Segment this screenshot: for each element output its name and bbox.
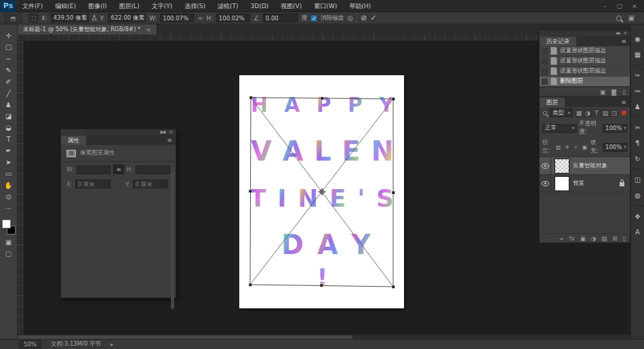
3d-panel-icon[interactable]: ◫ — [632, 172, 644, 187]
opacity-dropdown[interactable]: 100%▾ — [603, 124, 627, 133]
filter-adjustment-layers-icon[interactable]: ◑ — [584, 109, 592, 117]
tab-layers[interactable]: 图层 — [540, 98, 565, 107]
status-options-arrow[interactable]: ▸ — [110, 341, 113, 348]
new-document-from-state-button[interactable]: ▣ — [600, 89, 606, 96]
collapse-panel-icon[interactable]: ▪▪ — [160, 129, 167, 135]
new-snapshot-button[interactable]: ◙ — [611, 89, 617, 96]
layer-style-button[interactable]: fx — [569, 235, 575, 242]
scrollbar[interactable] — [171, 172, 174, 309]
history-state[interactable]: 设置形状图层描边 — [540, 46, 630, 56]
history-source-checkbox[interactable] — [542, 68, 548, 75]
new-layer-button[interactable]: ⊞ — [612, 235, 617, 242]
search-icon[interactable] — [616, 16, 622, 21]
width-field[interactable] — [77, 165, 111, 174]
brush-panel-icon[interactable]: ✑ — [632, 68, 644, 83]
eye-icon[interactable] — [542, 181, 549, 186]
antialias-checkbox[interactable]: ✓ — [310, 15, 317, 22]
close-tab-icon[interactable]: × — [146, 26, 151, 33]
filter-type-dropdown[interactable]: 类型▾ — [550, 108, 573, 117]
collapse-panel-icon[interactable]: ▬ — [616, 30, 621, 36]
tab-properties[interactable]: 属性 — [61, 136, 86, 145]
filter-smart-objects-icon[interactable]: ◳ — [610, 109, 618, 117]
actions-panel-icon[interactable]: ↻ — [632, 151, 644, 166]
screen-mode-button[interactable]: ▢ — [5, 250, 12, 258]
close-button[interactable]: × — [628, 1, 641, 11]
quick-mask-button[interactable]: ▣ — [5, 239, 12, 246]
new-group-button[interactable]: ▤ — [601, 235, 607, 242]
menu-item-7[interactable]: 3D(D) — [244, 0, 275, 12]
brush-presets-panel-icon[interactable]: ≔ — [632, 83, 644, 98]
visibility-cell[interactable] — [540, 175, 551, 192]
link-dimensions-icon[interactable]: ∞ — [113, 165, 124, 174]
height-scale-field[interactable]: 100.02% — [216, 14, 250, 22]
filter-toggle[interactable] — [622, 110, 626, 115]
move-tool[interactable]: ✛ — [1, 30, 16, 41]
gradient-tool[interactable]: ◒ — [1, 122, 16, 134]
color-panel-icon[interactable]: ◉ — [632, 31, 644, 46]
eye-icon[interactable] — [542, 163, 549, 169]
history-state[interactable]: 删除图层 — [540, 77, 630, 87]
paths-panel-icon[interactable]: ❖ — [632, 209, 644, 224]
layer-thumbnail[interactable] — [555, 159, 569, 173]
menu-item-8[interactable]: 视图(V) — [275, 0, 308, 12]
maximize-button[interactable]: ▢ — [613, 1, 626, 11]
close-panel-icon[interactable]: × — [169, 129, 173, 135]
adjustment-layer-button[interactable]: ◑ — [591, 235, 596, 242]
history-state[interactable]: 设置形状图层描边 — [540, 66, 630, 77]
marquee-tool[interactable]: □ — [1, 41, 16, 53]
reference-point-locator[interactable] — [29, 14, 38, 22]
rotation-field[interactable]: 0.00 — [263, 14, 298, 22]
zoom-tool[interactable]: ⊙ — [1, 191, 16, 203]
history-state[interactable]: 设置形状图层描边 — [540, 56, 630, 66]
swatches-panel-icon[interactable]: ▦ — [632, 47, 644, 62]
history-source-checkbox[interactable] — [542, 58, 548, 64]
pen-tool[interactable]: ✒ — [1, 145, 16, 157]
lock-position-icon[interactable]: ⊹ — [572, 144, 580, 150]
styles-panel-icon[interactable]: ✂ — [632, 120, 644, 135]
panel-menu-icon[interactable]: ≡ — [618, 37, 630, 46]
menu-item-6[interactable]: 滤镜(T) — [212, 0, 245, 12]
filter-shape-layers-icon[interactable]: ▤ — [601, 109, 609, 117]
delete-state-button[interactable]: ▯ — [622, 89, 626, 96]
maintain-aspect-ratio-icon[interactable]: ∞ — [197, 14, 203, 22]
cancel-transform-button[interactable]: ⊘ — [361, 14, 367, 22]
document-tab[interactable]: 未标题-1 @ 50% (矢量智能对象, RGB/8#) * × — [18, 24, 157, 35]
zoom-level-field[interactable]: 50% — [19, 340, 41, 348]
shape-tool[interactable]: ▭ — [1, 168, 16, 180]
quick-selection-tool[interactable]: ✎ — [1, 64, 16, 76]
menu-item-1[interactable]: 编辑(E) — [49, 0, 82, 12]
visibility-cell[interactable] — [540, 157, 551, 174]
layer-row[interactable]: 矢量智能对象 — [540, 157, 630, 175]
x-field[interactable]: 0 厘米 — [75, 180, 110, 188]
tool-preset-picker[interactable]: ⬒ — [4, 14, 22, 23]
workspace-switcher-icon[interactable]: ▣ — [628, 14, 635, 22]
fill-dropdown[interactable]: 100%▾ — [603, 143, 627, 152]
path-selection-tool[interactable]: ➤ — [1, 157, 16, 168]
type-tool[interactable]: T — [1, 134, 16, 145]
relative-positioning-toggle[interactable]: Δ — [92, 14, 97, 22]
link-layers-button[interactable]: ∞ — [559, 235, 564, 242]
panel-menu-icon[interactable]: ≡ — [163, 136, 176, 145]
menu-item-3[interactable]: 图层(L) — [113, 0, 146, 12]
history-source-checkbox[interactable] — [542, 48, 548, 54]
layer-thumbnail[interactable] — [555, 176, 569, 191]
menu-item-9[interactable]: 窗口(W) — [308, 0, 343, 12]
commit-transform-button[interactable]: ✓ — [370, 14, 376, 22]
lock-transparent-pixels-icon[interactable]: ▨ — [555, 144, 562, 150]
menu-item-2[interactable]: 图像(I) — [82, 0, 113, 12]
y-field[interactable]: 0 厘米 — [133, 180, 168, 188]
eraser-tool[interactable]: ◪ — [1, 110, 16, 122]
layer-row[interactable]: 背景 — [540, 175, 630, 192]
x-position-field[interactable]: 439.50 像素 — [51, 14, 89, 22]
clone-source-panel-icon[interactable]: ♟ — [632, 99, 644, 114]
color-swatches[interactable] — [2, 220, 16, 234]
history-source-checkbox[interactable] — [542, 79, 548, 85]
clone-stamp-tool[interactable]: ♟ — [1, 99, 16, 110]
filter-pixel-layers-icon[interactable]: ▦ — [575, 109, 583, 117]
transform-bounding-box[interactable] — [239, 75, 404, 308]
hand-tool[interactable]: ✋ — [1, 180, 16, 191]
tab-history[interactable]: 历史记录 — [540, 37, 576, 46]
brush-tool[interactable]: ╱ — [1, 87, 16, 99]
foreground-color-swatch[interactable] — [2, 220, 11, 228]
warp-mode-toggle[interactable]: ◎ — [347, 14, 353, 22]
